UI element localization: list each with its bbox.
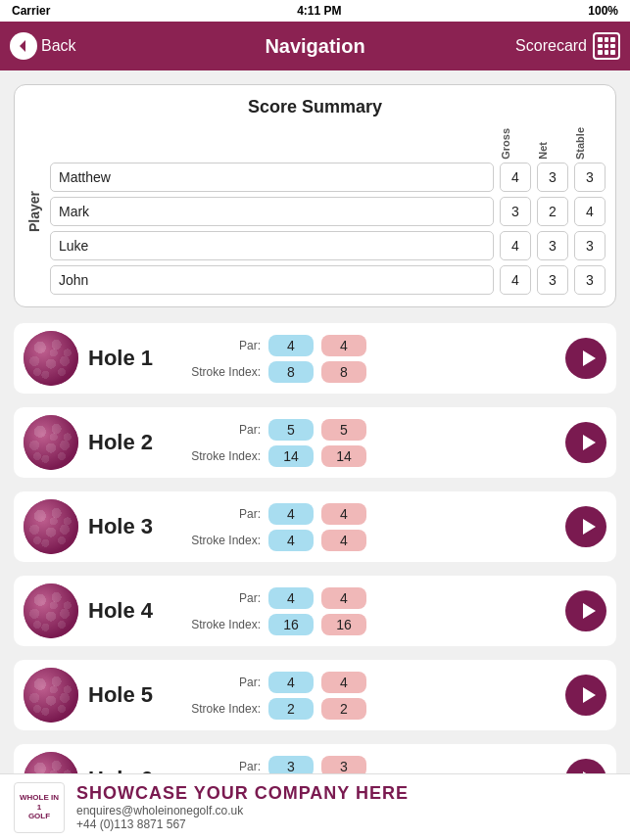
player-row-3: 4 3 3 (50, 265, 606, 295)
par-pink-3: 4 (321, 587, 366, 609)
footer-banner: WHOLE IN 1 GOLF SHOWCASE YOUR COMPANY HE… (0, 773, 630, 840)
play-button-3[interactable] (565, 590, 606, 631)
par-label-2: Par: (186, 507, 261, 521)
par-pink-0: 4 (321, 335, 366, 356)
player-label: Player (24, 127, 44, 295)
footer-logo: WHOLE IN 1 GOLF (14, 782, 65, 833)
footer-logo-line2: GOLF (19, 812, 60, 821)
par-blue-3: 4 (268, 587, 314, 609)
main-content: Score Summary Player Gross Net Stable 4 (0, 70, 630, 840)
par-pink-2: 4 (321, 503, 366, 525)
svg-marker-2 (583, 435, 596, 450)
si-pink-1: 14 (321, 445, 366, 467)
gross-0: 4 (500, 163, 531, 192)
par-blue-4: 4 (268, 672, 314, 693)
svg-marker-1 (583, 350, 596, 366)
score-summary-title: Score Summary (24, 97, 606, 117)
hole-list: Hole 1 Par: 4 4 Stroke Index: 8 8 (14, 323, 616, 815)
player-row-2: 4 3 3 (50, 231, 606, 260)
hole-details-3: Par: 4 4 Stroke Index: 16 16 (186, 587, 556, 635)
golf-ball-1 (24, 415, 78, 470)
par-pink-1: 5 (321, 419, 366, 441)
si-label-0: Stroke Index: (186, 365, 261, 379)
hole-details-0: Par: 4 4 Stroke Index: 8 8 (186, 335, 556, 383)
hole-name-3: Hole 4 (88, 598, 176, 624)
golf-ball-4 (24, 668, 78, 723)
player-name-0[interactable] (50, 163, 494, 192)
carrier-text: Carrier (12, 4, 50, 18)
si-row-4: Stroke Index: 2 2 (186, 698, 556, 720)
si-label-3: Stroke Index: (186, 618, 261, 631)
player-name-2[interactable] (50, 231, 494, 260)
par-blue-1: 5 (268, 419, 314, 441)
hole-row-2: Hole 3 Par: 4 4 Stroke Index: 4 4 (14, 491, 616, 562)
par-blue-0: 4 (268, 335, 314, 356)
time-text: 4:11 PM (297, 4, 341, 18)
net-0: 3 (537, 163, 568, 192)
player-name-1[interactable] (50, 197, 494, 226)
svg-marker-3 (583, 519, 596, 535)
gross-2: 4 (500, 231, 531, 260)
par-label-0: Par: (186, 339, 261, 352)
si-row-1: Stroke Index: 14 14 (186, 445, 556, 467)
par-row-1: Par: 5 5 (186, 419, 556, 441)
par-row-3: Par: 4 4 (186, 587, 556, 609)
si-label-1: Stroke Index: (186, 449, 261, 463)
si-row-0: Stroke Index: 8 8 (186, 361, 556, 383)
hole-name-1: Hole 2 (88, 430, 176, 455)
footer-headline: SHOWCASE YOUR COMPANY HERE (76, 783, 616, 804)
hole-details-4: Par: 4 4 Stroke Index: 2 2 (186, 672, 556, 720)
si-pink-2: 4 (321, 530, 366, 551)
si-pink-4: 2 (321, 698, 366, 720)
hole-row-3: Hole 4 Par: 4 4 Stroke Index: 16 16 (14, 576, 616, 646)
si-blue-3: 16 (268, 614, 314, 635)
scorecard-button[interactable]: Scorecard (515, 32, 620, 60)
hole-row-0: Hole 1 Par: 4 4 Stroke Index: 8 8 (14, 323, 616, 394)
net-3: 3 (537, 265, 568, 295)
si-blue-2: 4 (268, 530, 314, 551)
par-row-2: Par: 4 4 (186, 503, 556, 525)
net-header: Net (537, 142, 568, 160)
si-pink-0: 8 (321, 361, 366, 383)
si-label-4: Stroke Index: (186, 702, 261, 716)
status-bar: Carrier 4:11 PM 100% (0, 0, 630, 22)
hole-details-1: Par: 5 5 Stroke Index: 14 14 (186, 419, 556, 467)
scorecard-grid-icon (593, 32, 620, 60)
golf-ball-3 (24, 583, 78, 638)
svg-marker-0 (20, 40, 25, 52)
par-label-5: Par: (186, 760, 261, 773)
player-name-3[interactable] (50, 265, 494, 295)
stable-header: Stable (574, 127, 606, 160)
player-row-0: 4 3 3 (50, 163, 606, 192)
nav-bar: Back Navigation Scorecard (0, 22, 630, 70)
si-row-2: Stroke Index: 4 4 (186, 530, 556, 551)
par-row-4: Par: 4 4 (186, 672, 556, 693)
back-icon (10, 32, 37, 60)
gross-3: 4 (500, 265, 531, 295)
par-row-0: Par: 4 4 (186, 335, 556, 356)
stable-1: 4 (574, 197, 606, 226)
svg-marker-5 (583, 687, 596, 703)
hole-name-4: Hole 5 (88, 682, 176, 708)
si-pink-3: 16 (321, 614, 366, 635)
stable-3: 3 (574, 265, 606, 295)
play-button-2[interactable] (565, 506, 606, 547)
hole-row-1: Hole 2 Par: 5 5 Stroke Index: 14 14 (14, 407, 616, 478)
play-button-1[interactable] (565, 422, 606, 463)
footer-phone: +44 (0)113 8871 567 (76, 817, 616, 831)
golf-ball-2 (24, 499, 78, 554)
si-label-2: Stroke Index: (186, 534, 261, 547)
par-pink-4: 4 (321, 672, 366, 693)
par-label-1: Par: (186, 423, 261, 437)
play-button-0[interactable] (565, 338, 606, 379)
battery-text: 100% (588, 4, 618, 18)
nav-title: Navigation (265, 35, 364, 58)
gross-1: 3 (500, 197, 531, 226)
back-button[interactable]: Back (10, 32, 76, 60)
hole-name-2: Hole 3 (88, 514, 176, 539)
net-1: 2 (537, 197, 568, 226)
par-blue-2: 4 (268, 503, 314, 525)
footer-email: enquires@wholeinonegolf.co.uk (76, 804, 616, 817)
si-blue-1: 14 (268, 445, 314, 467)
play-button-4[interactable] (565, 675, 606, 716)
